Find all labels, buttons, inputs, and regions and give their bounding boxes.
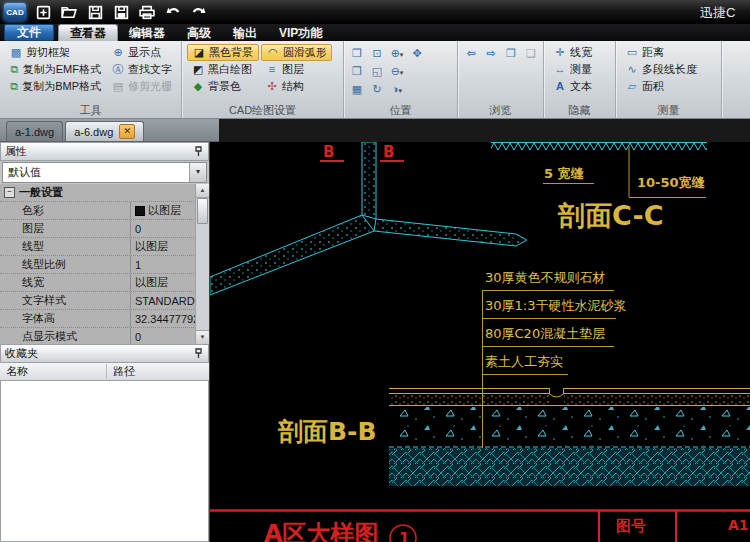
redo-button[interactable] (188, 3, 210, 21)
prop-row-pointmode[interactable]: 点显示模式0 (0, 328, 196, 344)
ribbon-group-hide: ✛线宽 ↔测量 A文本 隐藏 (544, 41, 616, 118)
prop-row-linetype[interactable]: 线型以图层 (0, 238, 196, 256)
ribbon-group-position: ❐ ⊡ ⊕▾ ✥ ❒ ◱ ⊖▾ ▦ ↻ ◑▾ 位置 (344, 41, 458, 118)
distance-button[interactable]: ▭距离 (621, 44, 717, 61)
dropdown-arrow-icon[interactable]: ▾ (189, 163, 206, 182)
preset-dropdown[interactable]: 默认值 ▾ (2, 162, 207, 183)
document-tabstrip: a-1.dwg a-6.dwg ✕ (0, 119, 750, 142)
prop-row-textstyle[interactable]: 文字样式STANDARD (0, 292, 196, 310)
app-window: CAD 迅捷C 文件 查看器 编辑器 高级 输出 VIP功能 (0, 0, 750, 542)
save-as-button[interactable] (110, 3, 132, 21)
plan-bands (210, 142, 527, 295)
show-points-icon: ⊕ (111, 46, 125, 59)
copy-view-icon[interactable]: ❒ (349, 65, 365, 78)
views-icon[interactable]: ▦ (349, 83, 365, 96)
measure-icon: ↔ (553, 63, 567, 76)
favorites-list[interactable] (0, 381, 209, 542)
zoom-window-icon[interactable]: ⊡ (369, 47, 385, 60)
menu-editor[interactable]: 编辑器 (118, 24, 176, 41)
new-file-button[interactable] (32, 3, 54, 21)
property-grid: −一般设置 色彩以图层 图层0 线型以图层 线型比例1 线宽以图层 文字样式ST… (0, 184, 209, 344)
measure-toggle[interactable]: ↔测量 (549, 61, 611, 78)
favorites-columns: 名称 路径 (0, 363, 209, 381)
polyline-length-button[interactable]: ∿多段线长度 (621, 61, 717, 78)
copy-bmp-button[interactable]: ⧉复制为BMP格式 (5, 78, 105, 95)
structure-button[interactable]: ✣结构 (261, 78, 332, 95)
find-text-icon: Ⓐ (111, 63, 125, 76)
print-button[interactable] (136, 3, 158, 21)
svg-text:5 宽缝: 5 宽缝 (544, 166, 585, 181)
trim-raster-label: 修剪光栅 (128, 79, 172, 94)
close-tab-icon[interactable]: ✕ (119, 124, 135, 139)
zoom-in-icon[interactable]: ⊕▾ (389, 47, 405, 60)
lineweight-icon: ✛ (553, 46, 567, 59)
hand-pan-icon[interactable]: ✥ (409, 47, 425, 60)
text-label: 文本 (570, 79, 592, 94)
clip-frame-button[interactable]: ▩剪切框架 (5, 44, 105, 61)
prop-row-ltscale[interactable]: 线型比例1 (0, 256, 196, 274)
black-background-icon: ◪ (192, 46, 206, 59)
prop-row-color[interactable]: 色彩以图层 (0, 202, 196, 220)
lineweight-toggle[interactable]: ✛线宽 (549, 44, 611, 61)
section-general[interactable]: −一般设置 (0, 184, 196, 202)
doc-tab-a6[interactable]: a-6.dwg ✕ (65, 121, 144, 141)
section-bb-title: 剖面B-B (277, 417, 377, 446)
smooth-arc-label: 圆滑弧形 (283, 45, 327, 60)
doc-tab-a1[interactable]: a-1.dwg (6, 121, 63, 141)
trim-raster-icon: ▤ (111, 80, 125, 93)
view-forward-icon[interactable]: ⇨ (483, 47, 499, 60)
scroll-down-icon[interactable]: ▼ (196, 330, 209, 344)
smooth-arc-button[interactable]: ◠圆滑弧形 (261, 44, 332, 61)
copy-emf-label: 复制为EMF格式 (23, 62, 101, 77)
wall-strip (491, 142, 707, 150)
prop-row-layer[interactable]: 图层0 (0, 220, 196, 238)
undo-button[interactable] (162, 3, 184, 21)
copy-bmp-icon: ⧉ (9, 80, 19, 93)
favorites-col-path[interactable]: 路径 (107, 364, 135, 379)
group-label-position: 位置 (344, 103, 457, 118)
save-button[interactable] (84, 3, 106, 21)
rotate-view-icon[interactable]: ↻ (369, 83, 385, 96)
favorites-col-name[interactable]: 名称 (0, 364, 107, 379)
distance-label: 距离 (642, 45, 664, 60)
scroll-thumb[interactable] (197, 198, 208, 224)
open-file-button[interactable] (58, 3, 80, 21)
area-button[interactable]: ▱面积 (621, 78, 717, 95)
menu-file[interactable]: 文件 (4, 24, 54, 41)
zoom-extents-icon[interactable]: ◱ (369, 65, 385, 78)
find-text-label: 查找文字 (128, 62, 172, 77)
copy-emf-button[interactable]: ⧉复制为EMF格式 (5, 61, 105, 78)
pan-view-icon[interactable]: ❐ (349, 47, 365, 60)
lineweight-label: 线宽 (570, 45, 592, 60)
zoom-out-icon[interactable]: ⊖▾ (389, 65, 405, 78)
menu-vip[interactable]: VIP功能 (268, 24, 333, 41)
background-color-button[interactable]: ◆背景色 (187, 78, 259, 95)
text-toggle[interactable]: A文本 (549, 78, 611, 95)
titlebar: CAD 迅捷C (0, 0, 750, 24)
find-text-button[interactable]: Ⓐ查找文字 (107, 61, 176, 78)
layers-button[interactable]: ≡图层 (261, 61, 332, 78)
pin-icon[interactable] (192, 348, 204, 360)
trim-raster-button[interactable]: ▤修剪光栅 (107, 78, 176, 95)
collapse-icon[interactable]: − (4, 187, 15, 198)
menu-output[interactable]: 输出 (222, 24, 268, 41)
shade-mode-icon[interactable]: ◑▾ (389, 83, 405, 95)
previous-view-icon[interactable]: ❐ (503, 47, 519, 60)
black-background-button[interactable]: ◪黑色背景 (187, 44, 259, 61)
polyline-length-icon: ∿ (625, 63, 639, 76)
scroll-up-icon[interactable]: ▲ (196, 184, 209, 198)
prop-row-fontheight[interactable]: 字体高32.344777925 (0, 310, 196, 328)
menu-viewer[interactable]: 查看器 (58, 24, 118, 41)
pin-icon[interactable] (192, 146, 204, 158)
app-logo-icon[interactable]: CAD (4, 3, 26, 21)
properties-header: 属性 (0, 142, 209, 161)
prop-row-lineweight[interactable]: 线宽以图层 (0, 274, 196, 292)
group-label-tools: 工具 (0, 103, 181, 118)
menu-advanced[interactable]: 高级 (176, 24, 222, 41)
bw-drawing-button[interactable]: ◩黑白绘图 (187, 61, 259, 78)
next-view-icon[interactable]: ❑ (523, 47, 539, 60)
cad-viewport[interactable]: B B 5 宽缝 10-50宽缝 剖面C-C 30厚黄色不规则石材 (210, 142, 750, 542)
show-points-button[interactable]: ⊕显示点 (107, 44, 176, 61)
property-scrollbar[interactable]: ▲ ▼ (195, 184, 209, 344)
view-back-icon[interactable]: ⇦ (463, 47, 479, 60)
